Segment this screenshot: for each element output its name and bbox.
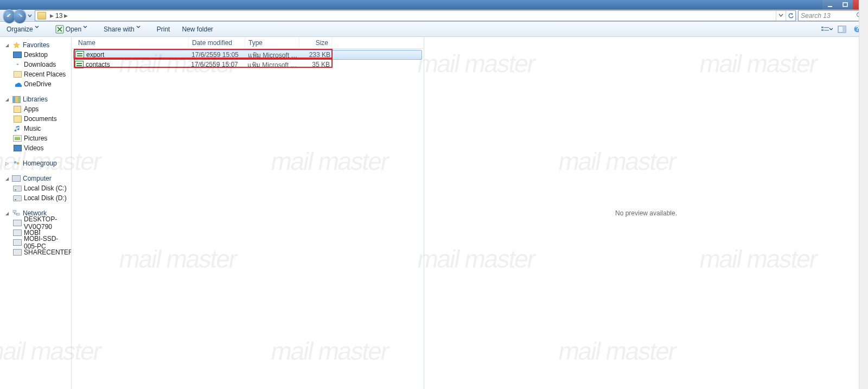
sidebar-item-onedrive[interactable]: OneDrive — [0, 79, 71, 89]
excel-file-icon — [75, 61, 84, 68]
open-button[interactable]: Open — [53, 22, 94, 36]
organize-menu[interactable]: Organize — [4, 22, 46, 36]
organize-label: Organize — [7, 25, 33, 33]
nav-buttons — [0, 8, 33, 23]
command-toolbar: Organize Open Share with Print New folde… — [0, 22, 868, 37]
chevron-down-icon — [136, 25, 145, 34]
star-icon — [12, 41, 21, 49]
address-bar-row: ▶ 13 ▶ Search 13 — [0, 10, 868, 22]
sidebar-item-label: DESKTOP-VV0Q790 — [24, 215, 69, 231]
view-options-button[interactable] — [820, 23, 833, 35]
sidebar-libraries-label: Libraries — [23, 95, 48, 103]
address-breadcrumb[interactable]: ▶ 13 ▶ — [35, 10, 796, 21]
new-folder-label: New folder — [182, 25, 213, 33]
sidebar-favorites[interactable]: ◢ Favorites — [0, 40, 71, 50]
sidebar-computer-label: Computer — [23, 175, 52, 182]
vertical-scrollbar[interactable] — [859, 0, 868, 389]
print-button[interactable]: Print — [155, 22, 173, 36]
arrow-left-icon — [5, 9, 13, 17]
print-label: Print — [157, 25, 170, 33]
onedrive-icon — [13, 80, 22, 88]
sidebar-item-network-pc[interactable]: MOBI-SSD-005-PC — [0, 238, 71, 247]
sidebar-item-music[interactable]: Music — [0, 124, 71, 133]
sidebar-computer[interactable]: ◢ Computer — [0, 174, 71, 183]
file-row[interactable]: contacts 17/6/2559 15:07 แฟ้ม Microsoft … — [72, 60, 424, 69]
search-input[interactable]: Search 13 — [798, 10, 866, 21]
sidebar-item-network-pc[interactable]: DESKTOP-VV0Q790 — [0, 218, 71, 228]
column-headers: Name Date modified Type Size — [72, 37, 424, 49]
preview-pane: No preview available. — [424, 37, 868, 389]
sidebar-item-videos[interactable]: Videos — [0, 143, 71, 153]
sidebar-homegroup-label: Homegroup — [23, 160, 57, 167]
file-name-cell: contacts — [75, 61, 188, 68]
sidebar-item-recent-places[interactable]: Recent Places — [0, 69, 71, 79]
nav-history-dropdown[interactable] — [27, 12, 33, 19]
sidebar-item-label: Local Disk (D:) — [24, 194, 67, 202]
view-icon — [821, 25, 829, 33]
address-dropdown-button[interactable] — [776, 11, 786, 21]
column-header-date[interactable]: Date modified — [189, 37, 245, 48]
window-titlebar — [0, 0, 868, 10]
preview-pane-button[interactable] — [835, 23, 848, 35]
pictures-icon — [13, 135, 22, 142]
chevron-down-icon — [35, 25, 43, 34]
column-header-size[interactable]: Size — [299, 37, 332, 48]
sidebar-item-desktop[interactable]: Desktop — [0, 50, 71, 60]
drive-icon — [13, 186, 22, 192]
sidebar-item-documents[interactable]: Documents — [0, 114, 71, 124]
nav-forward-button[interactable] — [14, 9, 25, 23]
file-size-cell: 35 KB — [298, 61, 330, 68]
music-icon — [13, 124, 22, 133]
svg-rect-5 — [821, 29, 824, 31]
chevron-down-icon — [829, 27, 833, 31]
sidebar-item-local-disk-d[interactable]: Local Disk (D:) — [0, 193, 71, 203]
videos-icon — [14, 145, 22, 151]
refresh-button[interactable] — [786, 11, 795, 21]
documents-icon — [14, 116, 22, 123]
arrow-right-icon — [16, 9, 24, 17]
sidebar-libraries[interactable]: ◢ Libraries — [0, 94, 71, 104]
sidebar-item-local-disk-c[interactable]: Local Disk (C:) — [0, 183, 71, 193]
svg-rect-15 — [17, 213, 20, 215]
recent-places-icon — [14, 71, 22, 78]
content-pane: Name Date modified Type Size export 17/6… — [72, 37, 868, 389]
file-size-cell: 233 KB — [299, 51, 330, 59]
window-maximize-button[interactable] — [838, 0, 853, 10]
file-name-cell: export — [75, 51, 188, 59]
collapse-icon[interactable]: ◢ — [4, 211, 10, 216]
excel-file-icon — [75, 51, 84, 59]
sidebar-item-label: Recent Places — [24, 71, 66, 78]
file-name: export — [86, 51, 104, 59]
column-header-type[interactable]: Type — [245, 37, 299, 48]
sidebar-item-label: Pictures — [24, 135, 47, 142]
refresh-icon — [788, 12, 794, 19]
maximize-icon — [843, 2, 848, 8]
downloads-icon — [13, 60, 22, 69]
window-minimize-button[interactable] — [822, 0, 838, 10]
breadcrumb-sep-icon: ▶ — [50, 13, 54, 18]
collapse-icon[interactable]: ◢ — [4, 97, 10, 102]
sidebar-item-network-pc[interactable]: SHARECENTER1 — [0, 247, 71, 257]
sidebar-item-downloads[interactable]: Downloads — [0, 60, 71, 69]
navigation-pane: ◢ Favorites Desktop Downloads Recent Pla… — [0, 37, 72, 389]
sidebar-item-apps[interactable]: Apps — [0, 104, 71, 114]
sidebar-item-label: Music — [24, 125, 41, 132]
file-row[interactable]: export 17/6/2559 15:05 แฟ้ม Microsoft Ex… — [73, 50, 422, 60]
column-header-name[interactable]: Name — [75, 37, 189, 48]
breadcrumb-sep-icon[interactable]: ▶ — [64, 13, 68, 18]
search-placeholder: Search 13 — [801, 12, 831, 20]
sidebar-item-label: Documents — [24, 115, 57, 123]
collapse-icon[interactable]: ◢ — [4, 42, 10, 48]
folder-icon — [37, 12, 46, 20]
sidebar-item-pictures[interactable]: Pictures — [0, 133, 71, 143]
open-label: Open — [66, 25, 81, 33]
expand-icon[interactable]: ▷ — [4, 161, 10, 166]
collapse-icon[interactable]: ◢ — [4, 176, 10, 181]
share-with-menu[interactable]: Share with — [101, 22, 147, 36]
new-folder-button[interactable]: New folder — [180, 22, 215, 36]
breadcrumb-current[interactable]: 13 — [55, 12, 62, 20]
sidebar-homegroup[interactable]: ▷ Homegroup — [0, 158, 71, 168]
chevron-down-icon — [83, 25, 92, 34]
desktop-icon — [13, 52, 22, 58]
svg-rect-9 — [843, 26, 846, 33]
